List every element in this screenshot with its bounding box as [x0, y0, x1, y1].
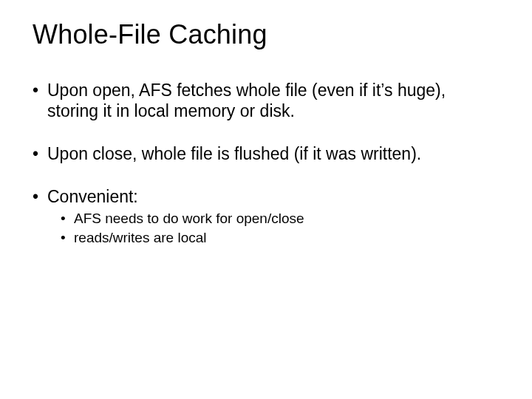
bullet-item: Upon close, whole file is flushed (if it…: [33, 143, 499, 164]
bullet-list: Upon open, AFS fetches whole file (even …: [33, 80, 499, 247]
sub-bullet-text: reads/writes are local: [74, 230, 207, 245]
bullet-text: Convenient:: [47, 187, 138, 206]
sub-bullet-list: AFS needs to do work for open/close read…: [61, 210, 499, 247]
sub-bullet-text: AFS needs to do work for open/close: [74, 211, 304, 226]
bullet-text: Upon close, whole file is flushed (if it…: [47, 144, 421, 163]
sub-bullet-item: reads/writes are local: [61, 229, 499, 247]
bullet-item: Convenient: AFS needs to do work for ope…: [33, 186, 499, 247]
sub-bullet-item: AFS needs to do work for open/close: [61, 210, 499, 228]
slide: Whole-File Caching Upon open, AFS fetche…: [0, 0, 532, 399]
bullet-item: Upon open, AFS fetches whole file (even …: [33, 80, 499, 121]
slide-title: Whole-File Caching: [33, 19, 499, 50]
sub-list-wrap: AFS needs to do work for open/close read…: [47, 210, 499, 247]
bullet-text: Upon open, AFS fetches whole file (even …: [47, 81, 446, 120]
slide-body: Upon open, AFS fetches whole file (even …: [33, 80, 499, 247]
